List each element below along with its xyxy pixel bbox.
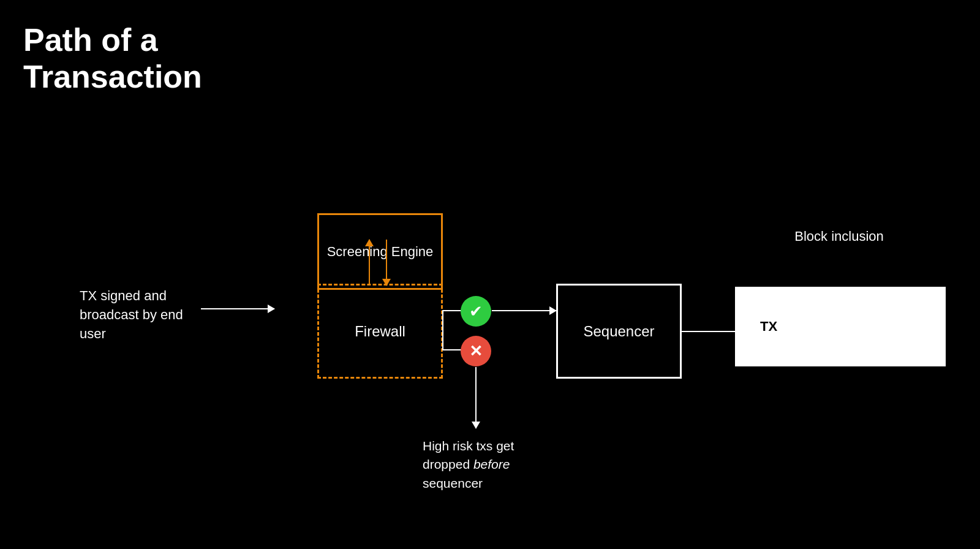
block-inclusion-label: Block inclusion: [738, 229, 940, 244]
sequencer-label: Sequencer: [583, 323, 654, 340]
tx-label: TX signed and broadcast by end user: [80, 287, 196, 343]
page-title: Path of a Transaction: [23, 22, 202, 96]
block-chain: TX: [735, 287, 946, 366]
block-empty-2: [897, 287, 946, 366]
screening-engine-label: Screening Engine: [327, 244, 434, 260]
check-circle-icon: ✔: [461, 296, 491, 327]
firewall-label: Firewall: [355, 323, 405, 340]
x-circle-icon: ✕: [461, 336, 491, 366]
diagram: TX signed and broadcast by end user Scre…: [0, 123, 980, 549]
split-vertical-line: [442, 310, 443, 350]
arrow-check-to-sequencer-icon: [492, 310, 556, 311]
title-line1: Path of a: [23, 22, 202, 59]
title-line2: Transaction: [23, 59, 202, 96]
sequencer-box: Sequencer: [556, 284, 682, 379]
high-risk-label: High risk txs get dropped before sequenc…: [423, 437, 564, 493]
arrow-screening-to-firewall-icon: [386, 240, 387, 286]
x-mark: ✕: [469, 342, 483, 361]
block-connector-2: [889, 287, 897, 366]
block-empty-1: [810, 287, 889, 366]
block-tx: TX: [735, 287, 802, 366]
arrow-firewall-to-screening-icon: [369, 240, 370, 286]
high-risk-line2: dropped before sequencer: [423, 457, 510, 490]
screening-engine-box: Screening Engine: [317, 213, 443, 290]
block-tx-label: TX: [760, 319, 777, 335]
block-connector-1: [802, 287, 810, 366]
arrow-x-down-icon: [475, 367, 477, 428]
diagram-inner: TX signed and broadcast by end user Scre…: [61, 183, 919, 489]
arrow-tx-to-firewall-icon: [201, 308, 274, 309]
check-mark: ✔: [469, 302, 483, 321]
high-risk-line1: High risk txs get: [423, 439, 514, 453]
firewall-box: Firewall: [317, 284, 443, 379]
